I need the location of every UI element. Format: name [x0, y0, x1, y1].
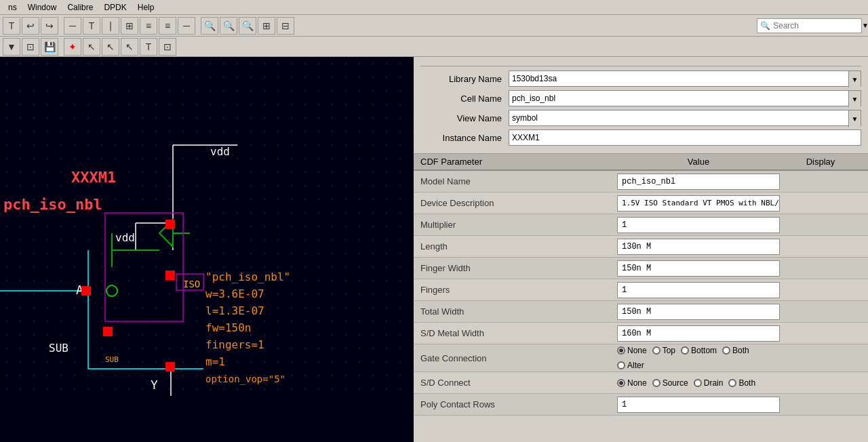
cell-label: Cell Name — [420, 94, 509, 104]
instance-label: Instance Name — [420, 133, 509, 143]
gate-both-radio[interactable]: Both — [722, 346, 749, 355]
tool-arrow[interactable]: ↖ — [83, 38, 100, 56]
tool-text2[interactable]: T — [140, 38, 157, 56]
gate-top-radio[interactable]: Top — [652, 346, 675, 355]
cdf-row-fw: Finger Width 150n M — [414, 258, 868, 279]
view-input[interactable]: symbol ▼ — [509, 110, 861, 126]
schematic-param-l: l=1.3E-07 — [205, 304, 264, 317]
schematic-port-1[interactable] — [165, 220, 175, 229]
gate-alter-radio[interactable]: Alter — [617, 361, 644, 370]
param-tw: Total Width — [420, 305, 617, 318]
schematic-param-m: m=1 — [205, 355, 225, 368]
sdc-none-radio[interactable]: None — [617, 378, 647, 388]
library-row: Library Name 1530bd13sa ▼ — [420, 71, 861, 87]
gate-bottom-radio[interactable]: Bottom — [681, 346, 717, 355]
gate-none-label: None — [627, 346, 647, 355]
schematic-param-option: option_vop="5" — [205, 374, 285, 385]
value-mult[interactable]: 1 — [617, 217, 780, 233]
sdc-both-circle — [728, 379, 736, 387]
zoom-out-btn[interactable]: 🔍 — [220, 17, 237, 35]
tool-box[interactable]: ⊡ — [159, 38, 176, 56]
tool-save[interactable]: 💾 — [41, 38, 58, 56]
param-sdmw: S/D Metal Width — [420, 327, 617, 340]
param-mult: Multiplier — [420, 218, 617, 231]
sdc-drain-radio[interactable]: Drain — [694, 378, 724, 388]
tool-dropdown[interactable]: ▼ — [3, 38, 20, 56]
toolbar-btn-4[interactable]: ─ — [64, 17, 81, 35]
zoom-full-btn[interactable]: ⊟ — [277, 17, 294, 35]
cell-input[interactable]: pch_iso_nbl ▼ — [509, 90, 861, 106]
cdf-row-model: Model Name pch_iso_nbl — [414, 171, 868, 193]
param-length: Length — [420, 240, 617, 253]
view-dropdown-btn[interactable]: ▼ — [848, 110, 861, 127]
menu-ns[interactable]: ns — [3, 1, 22, 14]
cdf-row-sdmw: S/D Metal Width 160n M — [414, 323, 868, 344]
value-fw[interactable]: 150n M — [617, 260, 780, 277]
gate-alter-label: Alter — [627, 361, 644, 370]
gate-none-radio[interactable]: None — [617, 346, 647, 355]
search-input[interactable] — [773, 21, 861, 31]
toolbar-btn-7[interactable]: ≡ — [140, 17, 157, 35]
value-sdmw[interactable]: 160n M — [617, 325, 780, 342]
schematic-port-5[interactable] — [165, 362, 175, 371]
cdf-row-desc: Device Description 1.5V ISO Standard VT … — [414, 193, 868, 214]
toolbar-redo[interactable]: ↪ — [41, 17, 58, 35]
cdf-row-tw: Total Width 150n M — [414, 301, 868, 323]
tool-select-red[interactable]: ✦ — [64, 38, 81, 56]
toolbar-btn-8[interactable]: ≡ — [159, 17, 176, 35]
tool-copy[interactable]: ⊡ — [22, 38, 39, 56]
param-desc: Device Description — [420, 197, 617, 209]
view-row: View Name symbol ▼ — [420, 110, 861, 126]
value-pcr[interactable]: 1 — [617, 397, 780, 413]
sdc-source-circle — [652, 379, 660, 387]
col-display: Display — [780, 157, 861, 167]
menu-help[interactable]: Help — [132, 1, 160, 14]
sdc-both-label: Both — [738, 378, 755, 388]
search-box[interactable]: 🔍 ▼ — [757, 18, 865, 33]
col-value: Value — [617, 157, 780, 167]
value-tw[interactable]: 150n M — [617, 304, 780, 320]
menu-window[interactable]: Window — [22, 1, 62, 14]
toolbar-select: ▼ ⊡ 💾 ✦ ↖ ↖ ↖ T ⊡ — [0, 37, 868, 57]
tool-arrow3[interactable]: ↖ — [121, 38, 138, 56]
zoom-fit-btn[interactable]: 🔍 — [239, 17, 256, 35]
toolbar-undo[interactable]: ↩ — [22, 17, 39, 35]
value-desc[interactable]: 1.5V ISO Standard VT PMOS with NBL/DNW — [617, 195, 780, 212]
schematic-node-y: Y — [151, 378, 158, 392]
schematic-port-4[interactable] — [103, 327, 113, 336]
schematic-canvas[interactable]: /* dots rendered via pattern below */ XX… — [0, 57, 414, 442]
toolbar-btn-5[interactable]: | — [102, 17, 119, 35]
library-input[interactable]: 1530bd13sa ▼ — [509, 71, 861, 87]
instance-input[interactable]: XXXM1 — [509, 129, 861, 146]
menubar: ns Window Calibre DPDK Help — [0, 0, 868, 15]
schematic-param-fw: fw=150n — [205, 321, 251, 334]
sd-connect-radios: None Source Drain Both — [617, 378, 755, 388]
value-model[interactable]: pch_iso_nbl — [617, 174, 780, 190]
zoom-in-btn[interactable]: 🔍 — [201, 17, 218, 35]
menu-dpdk[interactable]: DPDK — [98, 1, 132, 14]
menu-calibre[interactable]: Calibre — [62, 1, 98, 14]
instance-value: XXXM1 — [512, 133, 858, 142]
toolbar-btn-1[interactable]: T — [3, 17, 20, 35]
value-length[interactable]: 130n M — [617, 239, 780, 255]
cell-dropdown-btn[interactable]: ▼ — [848, 91, 861, 107]
sdc-source-radio[interactable]: Source — [652, 378, 688, 388]
instance-row: Instance Name XXXM1 — [420, 129, 861, 146]
toolbar-btn-9[interactable]: ─ — [178, 17, 195, 35]
schematic-param-w: w=3.6E-07 — [205, 287, 264, 300]
sdc-drain-label: Drain — [704, 378, 724, 388]
sdc-none-label: None — [627, 378, 647, 388]
value-fingers[interactable]: 1 — [617, 282, 780, 298]
toolbar-text[interactable]: T — [83, 17, 100, 35]
param-pcr: Poly Contact Rows — [420, 398, 617, 411]
search-dropdown-btn[interactable]: ▼ — [861, 18, 868, 33]
cdf-row-fingers: Fingers 1 — [414, 279, 868, 301]
param-fingers: Fingers — [420, 283, 617, 296]
zoom-box-btn[interactable]: ⊞ — [258, 17, 275, 35]
tool-arrow2[interactable]: ↖ — [102, 38, 119, 56]
schematic-port-3[interactable] — [81, 286, 91, 296]
library-dropdown-btn[interactable]: ▼ — [848, 71, 861, 87]
toolbar-btn-6[interactable]: ⊞ — [121, 17, 138, 35]
schematic-port-2[interactable] — [165, 270, 175, 280]
sdc-both-radio[interactable]: Both — [728, 378, 755, 388]
